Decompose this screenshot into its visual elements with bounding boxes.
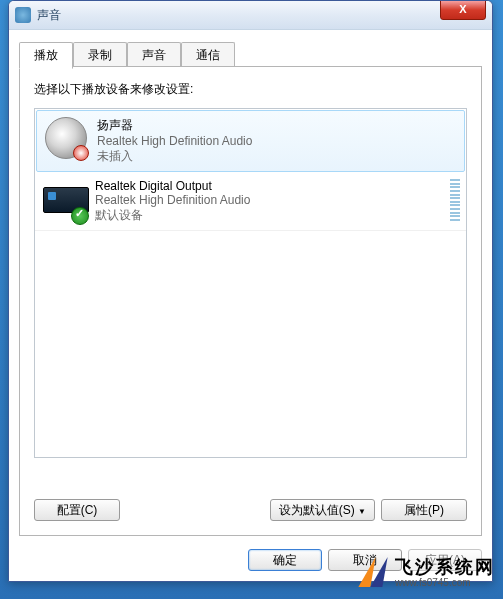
device-item-speakers[interactable]: 扬声器 Realtek High Definition Audio 未插入 xyxy=(36,110,465,172)
tab-communications[interactable]: 通信 xyxy=(181,42,235,68)
watermark-logo-icon xyxy=(355,555,391,591)
properties-button[interactable]: 属性(P) xyxy=(381,499,467,521)
device-driver: Realtek High Definition Audio xyxy=(97,134,252,148)
watermark-url: www.fs0745.com xyxy=(395,577,495,588)
device-text: Realtek Digital Output Realtek High Defi… xyxy=(95,179,250,224)
close-button[interactable]: X xyxy=(440,0,486,20)
device-name: 扬声器 xyxy=(97,117,252,134)
window-title: 声音 xyxy=(37,7,440,24)
device-status: 未插入 xyxy=(97,148,252,165)
device-button-row: 配置(C) 设为默认值(S) ▼ 属性(P) xyxy=(34,499,467,521)
set-default-button[interactable]: 设为默认值(S) ▼ xyxy=(270,499,375,521)
spdif-icon xyxy=(43,179,87,223)
titlebar[interactable]: 声音 X xyxy=(9,1,492,30)
ok-button[interactable]: 确定 xyxy=(248,549,322,571)
level-meter-icon xyxy=(450,179,460,221)
speaker-icon xyxy=(45,117,89,161)
tab-content-playback: 选择以下播放设备来修改设置: 扬声器 Realtek High Definiti… xyxy=(19,66,482,536)
configure-button[interactable]: 配置(C) xyxy=(34,499,120,521)
device-status: 默认设备 xyxy=(95,207,250,224)
device-item-digital-output[interactable]: Realtek Digital Output Realtek High Defi… xyxy=(35,173,466,231)
sound-app-icon xyxy=(15,7,31,23)
device-list[interactable]: 扬声器 Realtek High Definition Audio 未插入 Re… xyxy=(34,108,467,458)
chevron-down-icon: ▼ xyxy=(358,507,366,516)
watermark: 飞沙系统网 www.fs0745.com xyxy=(355,555,495,591)
instruction-text: 选择以下播放设备来修改设置: xyxy=(34,81,467,98)
device-text: 扬声器 Realtek High Definition Audio 未插入 xyxy=(97,117,252,165)
tab-playback[interactable]: 播放 xyxy=(19,42,73,69)
default-check-icon xyxy=(71,207,89,225)
watermark-name: 飞沙系统网 xyxy=(395,558,495,578)
device-driver: Realtek High Definition Audio xyxy=(95,193,250,207)
sound-dialog: 声音 X 播放 录制 声音 通信 选择以下播放设备来修改设置: 扬声器 Real… xyxy=(8,0,493,582)
tab-recording[interactable]: 录制 xyxy=(73,42,127,68)
device-name: Realtek Digital Output xyxy=(95,179,250,193)
tab-sounds[interactable]: 声音 xyxy=(127,42,181,68)
tab-strip: 播放 录制 声音 通信 xyxy=(9,32,492,68)
